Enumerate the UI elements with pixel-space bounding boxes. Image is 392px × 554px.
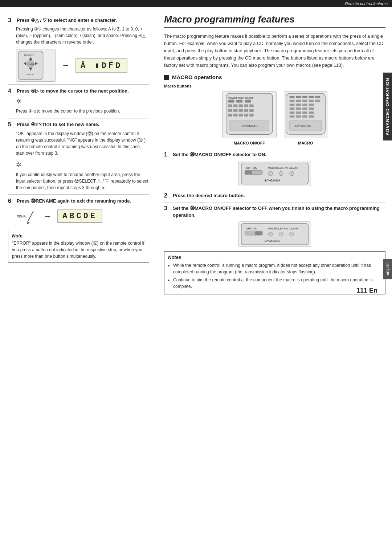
svg-text:CLEAR: CLEAR (289, 167, 298, 170)
right-step2-heading: 2 Press the desired macro button. (164, 190, 385, 199)
tip-icon-1: ✲ (16, 97, 149, 106)
svg-rect-39 (302, 96, 307, 98)
svg-rect-58 (309, 111, 314, 114)
svg-rect-41 (315, 96, 320, 98)
note-item-2: Continue to aim the remote control at th… (173, 277, 381, 290)
svg-point-74 (279, 171, 283, 176)
display-chars-2: ABCDE (57, 209, 102, 223)
svg-text:ON: ON (253, 167, 257, 170)
rename-illustration: RENA → ABCDE (16, 207, 149, 225)
advanced-operation-label: ADVANCED OPERATION (385, 78, 390, 135)
svg-rect-31 (238, 114, 243, 117)
svg-text:MACRO: MACRO (268, 167, 278, 170)
svg-point-85 (269, 232, 273, 236)
svg-text:OFF: OFF (246, 167, 252, 170)
svg-rect-42 (290, 100, 295, 102)
svg-marker-11 (27, 222, 30, 225)
step6-heading: 6 Press ㉘RENAME again to exit the renami… (8, 195, 149, 204)
svg-rect-19 (228, 104, 232, 107)
step3-body: Pressing ④▽ changes the character as fol… (16, 26, 149, 45)
right-step1-heading: 1 Set the ㉘MACRO ON/OFF selector to ON. (164, 149, 385, 158)
english-tab: English (383, 259, 392, 279)
svg-rect-43 (296, 100, 301, 102)
svg-text:⊗YAMAHA: ⊗YAMAHA (264, 239, 280, 243)
svg-rect-57 (302, 111, 307, 114)
right-step3-num: 3 (164, 205, 171, 212)
svg-text:PRESET/CH: PRESET/CH (24, 54, 34, 56)
svg-rect-55 (290, 111, 295, 114)
right-step2-num: 2 (164, 192, 171, 199)
svg-text:CLEAR: CLEAR (289, 227, 298, 230)
svg-text:POWER: POWER (228, 97, 236, 99)
svg-rect-62 (309, 115, 314, 118)
macro-onoff-remote-svg: POWER POWER SELECT (222, 91, 277, 138)
main-section-title: Macro programming features (164, 14, 385, 28)
step4-text: Press ④▷ to move the cursor to the next … (17, 88, 129, 94)
svg-rect-44 (302, 100, 307, 102)
arrow-symbol-2: → (44, 212, 52, 221)
svg-rect-17 (236, 100, 243, 103)
svg-text:OFF: OFF (246, 227, 252, 230)
svg-rect-38 (296, 96, 301, 98)
step4-tip-container: ✲ Press ④◁ to move the cursor to the pre… (16, 97, 149, 114)
step3-num: 3 (8, 17, 15, 24)
off-selector-svg: OFF ON MACRO LEARN CLEAR ⊗YAMAHA (238, 221, 311, 247)
arrow-symbol: → (62, 61, 70, 70)
cursor-remote-svg: PRESET/CH ENTER A-E/CAT. (16, 49, 56, 82)
step6-text: Press ㉘RENAME again to exit the renaming… (17, 198, 131, 204)
svg-rect-46 (315, 100, 320, 102)
step5-heading: 5 Press ④ENTER to set the new name. (8, 118, 149, 128)
svg-point-86 (279, 232, 283, 236)
svg-rect-50 (309, 104, 314, 106)
svg-point-75 (290, 171, 294, 176)
svg-point-87 (290, 232, 294, 236)
notes-list: While the remote control is running a ma… (168, 262, 381, 290)
svg-rect-32 (244, 114, 248, 117)
svg-text:ON: ON (253, 227, 257, 230)
svg-rect-27 (244, 109, 248, 112)
section-intro: The macro programming feature makes it p… (164, 33, 385, 69)
note-title: Note (12, 233, 145, 239)
svg-rect-53 (302, 107, 307, 110)
macro-label: MACRO (284, 141, 327, 145)
macro-remote-svg: ⊗YAMAHA (284, 91, 327, 138)
right-step3-text: Set the ㉘MACRO ON/OFF selector to OFF wh… (173, 205, 385, 218)
char-entry-illustration: PRESET/CH ENTER A-E/CAT. → Ā ▮DF̄D (16, 49, 149, 82)
step6-num: 6 (8, 198, 15, 204)
macro-onoff-label: MACRO ON/OFF (222, 141, 277, 145)
svg-rect-24 (228, 109, 232, 112)
svg-rect-21 (238, 104, 243, 107)
left-column: 3 Press ④△ / ▽ to select and enter a cha… (0, 7, 156, 301)
right-step1-num: 1 (164, 151, 171, 158)
svg-rect-29 (228, 114, 232, 117)
tip2-text: If you continuously want to rename anoth… (16, 172, 148, 190)
svg-text:⊗YAMAHA: ⊗YAMAHA (264, 179, 280, 183)
note-body: "ERROR" appears in the display window (⑫… (12, 240, 145, 260)
svg-rect-40 (309, 96, 314, 98)
note-item-1: While the remote control is running a ma… (173, 262, 381, 275)
step4-num: 4 (8, 88, 15, 94)
black-square-icon (164, 75, 169, 80)
svg-rect-22 (244, 104, 248, 107)
svg-text:A-E/CAT.: A-E/CAT. (27, 74, 34, 76)
svg-rect-54 (309, 107, 314, 110)
macro-onoff-remote-container: POWER POWER SELECT (222, 91, 277, 145)
notes-title: Notes (168, 254, 381, 260)
page-number: 111 En (356, 287, 377, 294)
onoff-selector-svg: OFF ON MACRO LEARN CLEAR ⊗YAMAHA (238, 161, 311, 186)
svg-rect-20 (233, 104, 238, 107)
right-step2-text: Press the desired macro button. (173, 192, 245, 199)
off-selector-illustration: OFF ON MACRO LEARN CLEAR ⊗YAMAHA (164, 221, 385, 247)
svg-point-73 (269, 171, 273, 176)
svg-rect-18 (245, 100, 251, 103)
svg-rect-51 (290, 107, 295, 110)
macro-buttons-label: Macro buttons (164, 84, 385, 88)
header-bar: Remote control features (0, 0, 392, 7)
tip-icon-2: ✲ (16, 160, 149, 170)
rename-svg: RENA (16, 207, 38, 225)
svg-text:ENTER: ENTER (28, 64, 34, 65)
svg-rect-69 (245, 171, 252, 174)
svg-line-10 (28, 211, 33, 222)
svg-rect-49 (302, 104, 307, 106)
svg-rect-26 (238, 109, 243, 112)
